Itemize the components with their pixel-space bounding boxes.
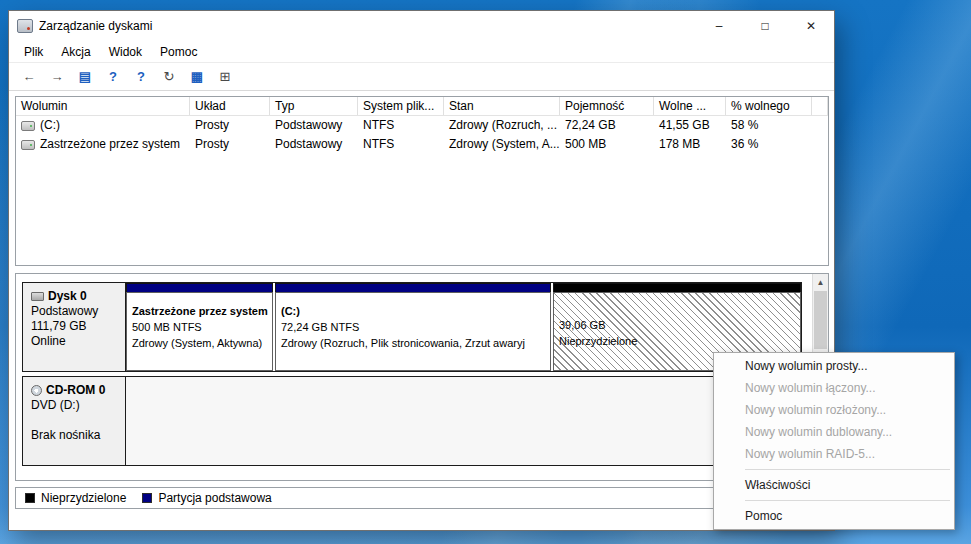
- disk-management-window: Zarządzanie dyskami – □ ✕ Plik Akcja Wid…: [8, 10, 835, 531]
- col-procent-wolnego[interactable]: % wolnego: [726, 97, 812, 115]
- menu-item-new-spanned-volume: Nowy wolumin łączony...: [714, 377, 954, 399]
- cell-type: Podstawowy: [270, 135, 358, 154]
- legend-swatch-unallocated: [25, 493, 35, 503]
- menu-item-new-simple-volume[interactable]: Nowy wolumin prosty...: [714, 355, 954, 377]
- menu-pomoc[interactable]: Pomoc: [151, 41, 206, 63]
- menu-item-new-raid5-volume: Nowy wolumin RAID-5...: [714, 443, 954, 465]
- help-topics-icon[interactable]: ?: [129, 66, 153, 88]
- cell-volume-name: (C:): [16, 116, 190, 135]
- desktop-background: Zarządzanie dyskami – □ ✕ Plik Akcja Wid…: [0, 0, 971, 544]
- partition-body: (C:) 72,24 GB NTFS Zdrowy (Rozruch, Plik…: [275, 292, 551, 371]
- console-window-icon[interactable]: ⊞: [213, 66, 237, 88]
- volume-list-header: Wolumin Układ Typ System plik... Stan Po…: [16, 97, 828, 116]
- hard-disk-icon: [31, 292, 44, 301]
- cell-filesystem: NTFS: [358, 135, 444, 154]
- maximize-button[interactable]: □: [742, 11, 788, 41]
- menu-separator: [745, 469, 950, 470]
- cdrom-0-media-area[interactable]: [126, 377, 801, 465]
- legend-primary-partition: Partycja podstawowa: [142, 491, 271, 505]
- context-menu: Nowy wolumin prosty... Nowy wolumin łącz…: [713, 352, 955, 530]
- disk-0-type: Podstawowy: [31, 304, 121, 319]
- drive-icon: [21, 121, 35, 131]
- menu-akcja[interactable]: Akcja: [52, 41, 99, 63]
- cell-capacity: 72,24 GB: [560, 116, 654, 135]
- cell-volume-name: Zastrzeżone przez system: [16, 135, 190, 154]
- disk-0-row: Dysk 0 Podstawowy 111,79 GB Online Zastr…: [22, 282, 802, 372]
- partition-system-reserved[interactable]: Zastrzeżone przez system 500 MB NTFS Zdr…: [126, 283, 273, 371]
- legend-bar: Nieprzydzielone Partycja podstawowa: [15, 487, 829, 509]
- window-controls: – □ ✕: [696, 11, 834, 41]
- help-icon[interactable]: ?: [101, 66, 125, 88]
- col-stan[interactable]: Stan: [444, 97, 560, 115]
- app-icon: [17, 19, 33, 33]
- legend-unallocated: Nieprzydzielone: [25, 491, 126, 505]
- scrollbar-thumb[interactable]: [814, 291, 827, 349]
- cell-type: Podstawowy: [270, 116, 358, 135]
- legend-swatch-primary: [142, 493, 152, 503]
- volume-list: Wolumin Układ Typ System plik... Stan Po…: [15, 96, 829, 266]
- cd-rom-icon: [31, 385, 42, 396]
- partition-color-strip: [275, 283, 551, 292]
- volume-row-c[interactable]: (C:) Prosty Podstawowy NTFS Zdrowy (Rozr…: [16, 116, 828, 135]
- cdrom-0-status: Brak nośnika: [31, 428, 121, 443]
- cdrom-0-row: CD-ROM 0 DVD (D:) Brak nośnika: [22, 376, 802, 466]
- cell-layout: Prosty: [190, 116, 270, 135]
- toolbar: ← → ▤ ? ? ↻ ▦ ⊞: [9, 63, 834, 91]
- menu-widok[interactable]: Widok: [100, 41, 151, 63]
- col-empty: [812, 97, 828, 115]
- partition-c[interactable]: (C:) 72,24 GB NTFS Zdrowy (Rozruch, Plik…: [275, 283, 551, 371]
- scroll-up-icon[interactable]: ▲: [813, 274, 828, 290]
- disk-0-partitions: Zastrzeżone przez system 500 MB NTFS Zdr…: [126, 283, 801, 371]
- minimize-button[interactable]: –: [696, 11, 742, 41]
- cdrom-0-type: DVD (D:): [31, 398, 121, 413]
- cell-filesystem: NTFS: [358, 116, 444, 135]
- forward-icon[interactable]: →: [45, 66, 69, 88]
- col-wolne[interactable]: Wolne ...: [654, 97, 726, 115]
- menu-plik[interactable]: Plik: [15, 41, 52, 63]
- partition-color-strip: [126, 283, 273, 292]
- cell-free: 41,55 GB: [654, 116, 726, 135]
- cell-free: 178 MB: [654, 135, 726, 154]
- menu-item-new-mirrored-volume: Nowy wolumin dublowany...: [714, 421, 954, 443]
- menu-separator: [745, 500, 950, 501]
- disk-0-label[interactable]: Dysk 0 Podstawowy 111,79 GB Online: [23, 283, 126, 371]
- refresh-icon[interactable]: ↻: [157, 66, 181, 88]
- cell-status: Zdrowy (Rozruch, ...: [444, 116, 560, 135]
- cell-free-pct: 58 %: [726, 116, 812, 135]
- console-tree-icon[interactable]: ▤: [73, 66, 97, 88]
- window-title: Zarządzanie dyskami: [39, 19, 696, 33]
- partition-body: Zastrzeżone przez system 500 MB NTFS Zdr…: [126, 292, 273, 371]
- disk-0-name: Dysk 0: [48, 289, 87, 304]
- menu-item-properties[interactable]: Właściwości: [714, 474, 954, 496]
- cell-free-pct: 36 %: [726, 135, 812, 154]
- drive-icon: [21, 140, 35, 150]
- cell-status: Zdrowy (System, A...: [444, 135, 560, 154]
- col-system-plikow[interactable]: System plik...: [358, 97, 444, 115]
- col-typ[interactable]: Typ: [270, 97, 358, 115]
- col-uklad[interactable]: Układ: [190, 97, 270, 115]
- disk-0-status: Online: [31, 334, 121, 349]
- volume-row-system-reserved[interactable]: Zastrzeżone przez system Prosty Podstawo…: [16, 135, 828, 154]
- col-wolumin[interactable]: Wolumin: [16, 97, 190, 115]
- menu-item-help[interactable]: Pomoc: [714, 505, 954, 527]
- cell-layout: Prosty: [190, 135, 270, 154]
- menu-item-new-striped-volume: Nowy wolumin rozłożony...: [714, 399, 954, 421]
- cell-capacity: 500 MB: [560, 135, 654, 154]
- unallocated-color-strip: [553, 283, 801, 292]
- rescan-disks-icon[interactable]: ▦: [185, 66, 209, 88]
- titlebar[interactable]: Zarządzanie dyskami – □ ✕: [9, 11, 834, 41]
- col-pojemnosc[interactable]: Pojemność: [560, 97, 654, 115]
- disk-0-capacity: 111,79 GB: [31, 319, 121, 334]
- menu-bar: Plik Akcja Widok Pomoc: [9, 41, 834, 63]
- cdrom-0-label[interactable]: CD-ROM 0 DVD (D:) Brak nośnika: [23, 377, 126, 465]
- close-button[interactable]: ✕: [788, 11, 834, 41]
- graphical-view: Dysk 0 Podstawowy 111,79 GB Online Zastr…: [15, 273, 829, 481]
- back-icon[interactable]: ←: [17, 66, 41, 88]
- cdrom-0-name: CD-ROM 0: [46, 383, 105, 398]
